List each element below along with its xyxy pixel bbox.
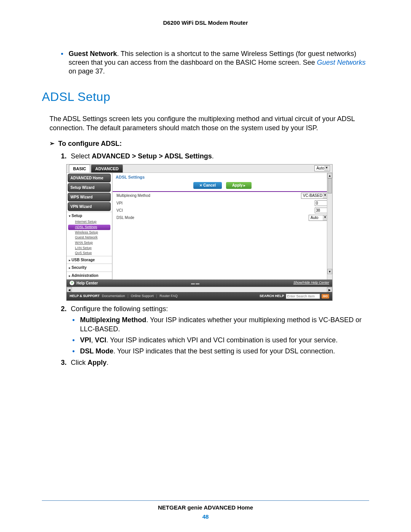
vci-input[interactable] [315, 208, 328, 213]
vertical-scrollbar[interactable]: ▲ ▼ [327, 173, 332, 280]
go-button[interactable]: GO [322, 294, 329, 299]
vpi-input[interactable] [315, 200, 328, 206]
scroll-thumb[interactable] [328, 178, 332, 193]
sidebar-usb-storage[interactable]: ▸USB Storage [67, 256, 112, 264]
pane-title: ADSL Settings [113, 173, 332, 181]
sidebar-guest-network[interactable]: Guest Network [67, 235, 112, 240]
chevron-right-icon: ➢ [49, 140, 54, 148]
bullet-dot-icon: • [72, 336, 75, 345]
bullet-dot-icon: • [72, 316, 75, 334]
online-support-link[interactable]: Online Support [131, 294, 154, 298]
toggle-help-link[interactable]: Show/Hide Help Center [293, 281, 329, 285]
sidebar-wps-wizard[interactable]: WPS Wizard [68, 193, 111, 201]
help-center-label: Help Center [76, 281, 98, 286]
sidebar-wan-setup[interactable]: WAN Setup [67, 240, 112, 246]
sub-bullet-vpi-vci: • VPI, VCI. Your ISP indicates which VPI… [72, 336, 369, 345]
triangle-right-icon: ▸ [69, 259, 70, 262]
sidebar-internet-setup[interactable]: Internet Setup [67, 219, 112, 225]
row-multiplexing: Multiplexing Method VC-BASED [113, 192, 332, 200]
step-3: 3. Click Apply. [61, 358, 369, 367]
bullet-guest-network: • Guest Network. This selection is a sho… [61, 50, 369, 76]
scroll-right-icon[interactable]: ▶ [327, 287, 332, 292]
sidebar-lan-setup[interactable]: LAN Setup [67, 246, 112, 251]
row-vci: VCI [113, 207, 332, 214]
bullet-dot-icon: • [61, 50, 63, 76]
help-center-bar: ? Help Center ▬▬ Show/Hide Help Center [67, 280, 332, 287]
page-header: D6200 WiFi DSL Modem Router [42, 19, 369, 27]
footer-bar: HELP & SUPPORT Documentation | Online Su… [67, 292, 332, 300]
sidebar-wireless-setup[interactable]: Wireless Setup [67, 230, 112, 235]
main-pane: ADSL Settings Cancel Apply Multiplexing … [112, 173, 332, 280]
tab-advanced[interactable]: ADVANCED [91, 165, 123, 173]
task-heading: ➢ To configure ADSL: [49, 139, 369, 148]
scroll-left-icon[interactable]: ◀ [67, 287, 72, 292]
top-auto-select[interactable]: Auto [314, 165, 330, 171]
page-number: 48 [42, 513, 369, 521]
sidebar-advanced-setup[interactable]: ▸Advanced Setup [67, 279, 112, 280]
cancel-button[interactable]: Cancel [193, 182, 222, 189]
triangle-right-icon: ▸ [69, 266, 70, 270]
page-footer: NETGEAR genie ADVANCED Home 48 [42, 500, 369, 520]
footer-title: NETGEAR genie ADVANCED Home [42, 504, 369, 511]
adsl-settings-screenshot: BASIC ADVANCED Auto ADVANCED Home Setup … [66, 164, 333, 301]
apply-button[interactable]: Apply [226, 182, 252, 189]
guest-networks-link[interactable]: Guest Networks [317, 59, 366, 66]
router-faq-link[interactable]: Router FAQ [159, 294, 178, 298]
triangle-right-icon: ▸ [69, 274, 70, 278]
sidebar-setup-wizard[interactable]: Setup Wizard [68, 183, 111, 192]
sub-bullet-dsl-mode: • DSL Mode. Your ISP indicates that the … [72, 347, 369, 356]
step-2: 2. Configure the following settings: [61, 305, 369, 313]
sidebar: ADVANCED Home Setup Wizard WPS Wizard VP… [67, 173, 112, 280]
sidebar-vpn-wizard[interactable]: VPN Wizard [68, 202, 111, 211]
scroll-up-icon[interactable]: ▲ [327, 173, 332, 178]
intro-paragraph: The ADSL Settings screen lets you config… [49, 115, 369, 133]
row-vpi: VPI [113, 200, 332, 207]
sidebar-administration[interactable]: ▸Administration [67, 272, 112, 279]
guest-network-label: Guest Network [68, 50, 117, 58]
sidebar-advanced-home[interactable]: ADVANCED Home [68, 174, 111, 182]
row-dsl-mode: DSL Mode Auto [113, 214, 332, 222]
multiplexing-select[interactable]: VC-BASED [301, 193, 328, 199]
sidebar-adsl-settings[interactable]: ADSL Settings [68, 225, 110, 230]
tab-basic[interactable]: BASIC [69, 165, 90, 173]
triangle-down-icon: ▾ [69, 214, 70, 218]
sub-bullet-multiplexing: • Multiplexing Method. Your ISP indicate… [72, 316, 369, 334]
search-help-label: SEARCH HELP [260, 294, 284, 299]
dsl-mode-select[interactable]: Auto [309, 215, 328, 221]
sidebar-setup[interactable]: ▾Setup [67, 212, 112, 219]
scroll-down-icon[interactable]: ▼ [327, 269, 332, 274]
step-1: 1. Select ADVANCED > Setup > ADSL Settin… [61, 152, 369, 161]
horizontal-scrollbar[interactable]: ◀ ▶ [67, 287, 332, 292]
sidebar-qos-setup[interactable]: QoS Setup [67, 251, 112, 256]
documentation-link[interactable]: Documentation [102, 294, 125, 298]
screenshot-tabbar: BASIC ADVANCED Auto [67, 165, 332, 173]
help-icon[interactable]: ? [70, 281, 74, 285]
search-help-input[interactable] [286, 294, 320, 299]
sidebar-security[interactable]: ▸Security [67, 264, 112, 271]
bullet-dot-icon: • [72, 347, 75, 356]
drag-handle-icon[interactable]: ▬▬ [191, 281, 200, 286]
help-support-label: HELP & SUPPORT [70, 294, 100, 299]
section-title: ADSL Setup [42, 89, 369, 105]
